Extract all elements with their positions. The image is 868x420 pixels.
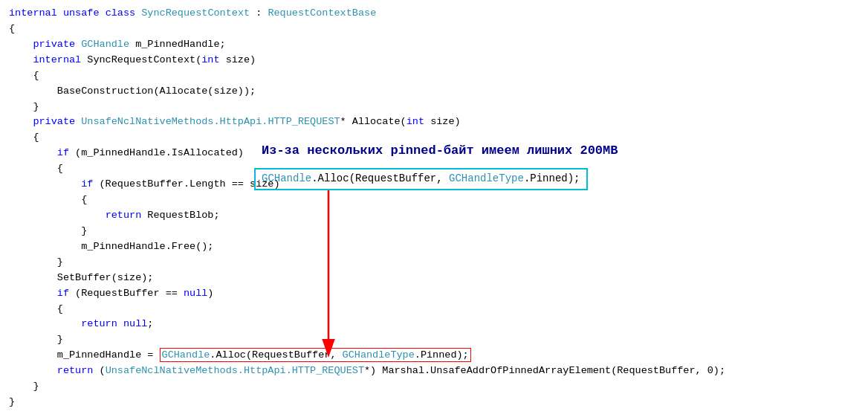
code-line: {	[9, 22, 859, 37]
code-line: return (UnsafeNclNativeMethods.HttpApi.H…	[9, 364, 859, 379]
code-line: }	[9, 255, 859, 271]
code-line: m_PinnedHandle.Free();	[9, 239, 859, 255]
code-line: BaseConstruction(Allocate(size));	[9, 84, 859, 100]
code-block: internal unsafe class SyncRequestContext…	[9, 6, 859, 410]
code-line: m_PinnedHandle = GCHandle.Alloc(RequestB…	[9, 348, 859, 364]
code-line: }	[9, 395, 859, 410]
code-line: private UnsafeNclNativeMethods.HttpApi.H…	[9, 114, 859, 130]
code-line: }	[9, 379, 859, 395]
code-line: return null;	[9, 317, 859, 332]
code-line: internal SyncRequestContext(int size)	[9, 53, 859, 68]
annotation-text: Из-за нескольких pinned-байт имеем лишни…	[262, 141, 618, 161]
code-line: SetBuffer(size);	[9, 271, 859, 286]
code-line: }	[9, 100, 859, 115]
code-line: {	[9, 68, 859, 84]
code-line: }	[9, 332, 859, 348]
code-line: return RequestBlob;	[9, 208, 859, 224]
code-line: {	[9, 302, 859, 317]
code-line: private GCHandle m_PinnedHandle;	[9, 37, 859, 53]
code-line: {	[9, 193, 859, 208]
code-line: internal unsafe class SyncRequestContext…	[9, 6, 859, 22]
code-line: }	[9, 224, 859, 239]
code-line: if (RequestBuffer == null)	[9, 286, 859, 302]
highlight-box-top: GCHandle.Alloc(RequestBuffer, GCHandleTy…	[254, 168, 588, 190]
